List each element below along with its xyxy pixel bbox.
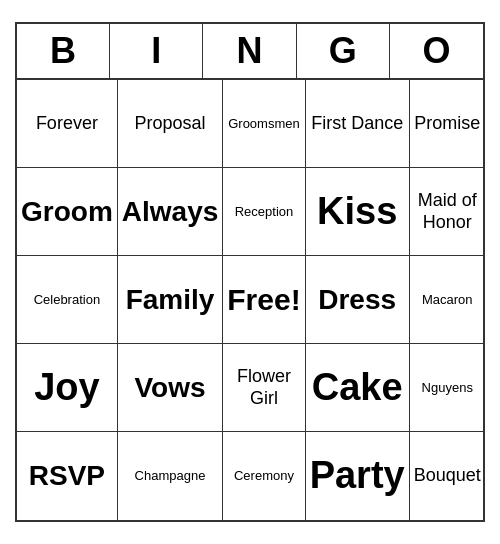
bingo-cell: Flower Girl	[223, 344, 305, 432]
bingo-cell: Macaron	[410, 256, 485, 344]
bingo-cell: Nguyens	[410, 344, 485, 432]
cell-text: RSVP	[29, 459, 105, 493]
bingo-cell: Groomsmen	[223, 80, 305, 168]
bingo-cell: Family	[118, 256, 224, 344]
bingo-cell: Joy	[17, 344, 118, 432]
bingo-cell: Dress	[306, 256, 410, 344]
cell-text: Flower Girl	[227, 366, 300, 409]
bingo-cell: Kiss	[306, 168, 410, 256]
bingo-cell: Party	[306, 432, 410, 520]
cell-text: Joy	[34, 365, 99, 411]
bingo-cell: Cake	[306, 344, 410, 432]
cell-text: Vows	[135, 371, 206, 405]
bingo-cell: Bouquet	[410, 432, 485, 520]
bingo-cell: Forever	[17, 80, 118, 168]
bingo-header: BINGO	[17, 24, 483, 80]
bingo-cell: Celebration	[17, 256, 118, 344]
cell-text: Proposal	[135, 113, 206, 135]
cell-text: Groom	[21, 195, 113, 229]
bingo-cell: Promise	[410, 80, 485, 168]
cell-text: Maid of Honor	[414, 190, 481, 233]
bingo-grid: ForeverProposalGroomsmenFirst DancePromi…	[17, 80, 483, 520]
bingo-cell: Proposal	[118, 80, 224, 168]
cell-text: Bouquet	[414, 465, 481, 487]
header-letter: N	[203, 24, 296, 78]
bingo-cell: Free!	[223, 256, 305, 344]
cell-text: First Dance	[311, 113, 403, 135]
bingo-cell: First Dance	[306, 80, 410, 168]
cell-text: Champagne	[135, 468, 206, 484]
bingo-cell: Reception	[223, 168, 305, 256]
cell-text: Always	[122, 195, 219, 229]
bingo-cell: Maid of Honor	[410, 168, 485, 256]
bingo-cell: RSVP	[17, 432, 118, 520]
bingo-cell: Vows	[118, 344, 224, 432]
header-letter: G	[297, 24, 390, 78]
header-letter: O	[390, 24, 483, 78]
cell-text: Reception	[235, 204, 294, 220]
cell-text: Free!	[227, 282, 300, 318]
cell-text: Groomsmen	[228, 116, 300, 132]
cell-text: Promise	[414, 113, 480, 135]
cell-text: Dress	[318, 283, 396, 317]
cell-text: Ceremony	[234, 468, 294, 484]
cell-text: Family	[126, 283, 215, 317]
cell-text: Cake	[312, 365, 403, 411]
bingo-cell: Groom	[17, 168, 118, 256]
cell-text: Kiss	[317, 189, 397, 235]
header-letter: I	[110, 24, 203, 78]
header-letter: B	[17, 24, 110, 78]
bingo-card: BINGO ForeverProposalGroomsmenFirst Danc…	[15, 22, 485, 522]
cell-text: Party	[310, 453, 405, 499]
cell-text: Nguyens	[422, 380, 473, 396]
bingo-cell: Always	[118, 168, 224, 256]
cell-text: Macaron	[422, 292, 473, 308]
bingo-cell: Champagne	[118, 432, 224, 520]
bingo-cell: Ceremony	[223, 432, 305, 520]
cell-text: Forever	[36, 113, 98, 135]
cell-text: Celebration	[34, 292, 101, 308]
